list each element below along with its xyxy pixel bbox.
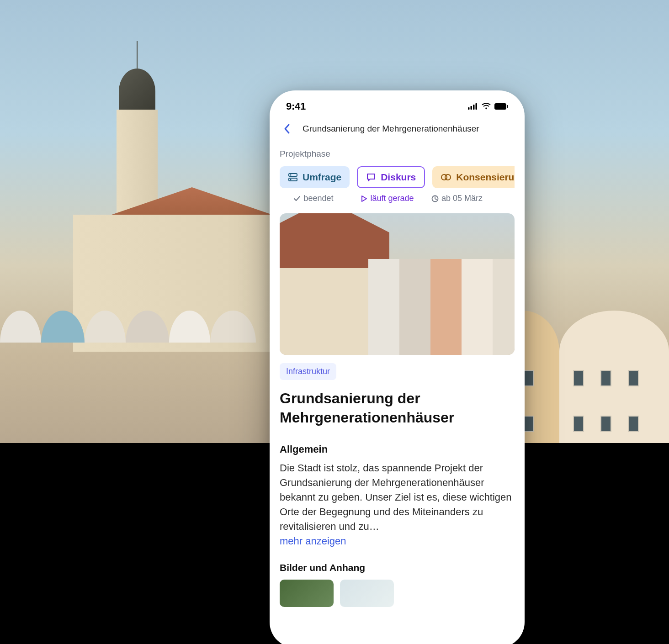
page-title: Grundsanierung der Mehrgenerationenhäuse… (280, 389, 515, 427)
consensus-icon (441, 172, 451, 182)
phase-status-lauft: läuft gerade (355, 194, 420, 203)
status-time: 9:41 (286, 100, 306, 112)
svg-rect-2 (473, 105, 475, 110)
svg-rect-5 (507, 105, 508, 108)
svg-rect-1 (471, 106, 473, 110)
chat-icon (366, 172, 376, 182)
play-icon (361, 195, 367, 202)
battery-icon (494, 103, 508, 110)
wifi-icon (482, 103, 491, 110)
description-text: Die Stadt ist stolz, das spannende Proje… (280, 461, 515, 548)
svg-point-9 (290, 179, 292, 180)
nav-bar: Grundsanierung der Mehrgenerationenhäuse… (270, 117, 525, 143)
phase-status-label: ab 05 März (441, 194, 483, 203)
svg-point-8 (290, 174, 292, 176)
attachments-title: Bilder und Anhang (280, 562, 515, 573)
svg-point-11 (445, 174, 451, 180)
phase-tab-label: Diskurs (381, 172, 416, 183)
svg-rect-4 (494, 103, 506, 110)
clock-icon (431, 195, 439, 202)
attachment-thumbnail[interactable] (340, 580, 394, 607)
phase-status-row: beendet läuft gerade ab 05 März (280, 194, 515, 203)
attachments-row (280, 580, 515, 607)
hero-image (280, 213, 515, 355)
section-general-title: Allgemein (280, 443, 515, 455)
townhouses-left (0, 311, 274, 443)
status-icons (468, 103, 508, 110)
survey-icon (288, 172, 298, 182)
cellular-icon (468, 103, 478, 110)
phase-status-ab: ab 05 März (428, 194, 515, 203)
phase-tab-diskurs[interactable]: Diskurs (357, 166, 425, 188)
check-icon (293, 195, 301, 202)
status-bar: 9:41 (270, 90, 525, 117)
church-illustration (110, 59, 165, 315)
show-more-link[interactable]: mehr anzeigen (280, 534, 346, 549)
phase-tab-label: Konsensieru (456, 172, 514, 183)
category-tag[interactable]: Infrastruktur (280, 363, 336, 380)
phase-status-label: läuft gerade (370, 194, 414, 203)
phase-status-label: beendet (303, 194, 333, 203)
phase-tab-label: Umfrage (303, 172, 341, 183)
chevron-left-icon (283, 123, 291, 134)
phase-tabs: Umfrage Diskurs Konsensieru (280, 166, 515, 188)
back-button[interactable] (279, 121, 295, 137)
phase-status-beendet: beendet (280, 194, 347, 203)
nav-title: Grundsanierung der Mehrgenerationenhäuse… (303, 124, 479, 134)
svg-rect-0 (468, 107, 470, 110)
phase-tab-umfrage[interactable]: Umfrage (280, 166, 350, 188)
svg-rect-3 (476, 103, 478, 110)
phase-tab-konsens[interactable]: Konsensieru (432, 166, 515, 188)
phase-section-label: Projektphase (280, 149, 515, 159)
phone-mockup: 9:41 Grundsanierung der Mehrgenerationen… (270, 90, 525, 644)
attachment-thumbnail[interactable] (280, 580, 334, 607)
